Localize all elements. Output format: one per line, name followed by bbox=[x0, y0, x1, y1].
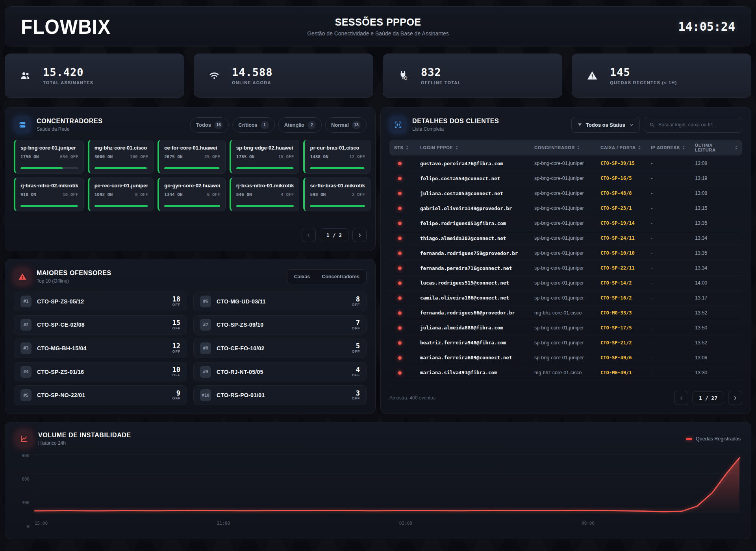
concentrator-card[interactable]: rj-bras-nitro-02.mikrotik 910 ON 10 OFF bbox=[14, 178, 84, 211]
column-header[interactable]: ÚLTIMA LEITURA bbox=[695, 143, 737, 152]
y-tick-label: 600 bbox=[22, 477, 30, 482]
table-row[interactable]: mariana.ferreira609@connect.net sp-bng-c… bbox=[389, 350, 742, 365]
concentradores-titles: CONCENTRADORES Saúde da Rede bbox=[37, 118, 103, 132]
caixa-porta-cell: CTO-SP-10/10 bbox=[600, 250, 651, 256]
table-row[interactable]: fernanda.rodrigues759@provedor.br sp-bng… bbox=[389, 246, 742, 261]
concentrator-card[interactable]: pe-rec-core-01.juniper 1092 ON 8 OFF bbox=[88, 178, 154, 211]
health-bar-track bbox=[94, 167, 148, 169]
health-bar-fill bbox=[94, 167, 146, 169]
rank-badge: #7 bbox=[200, 319, 211, 331]
stat-card: 145 QUEDAS RECENTES (< 1H) bbox=[572, 54, 751, 98]
offender-item[interactable]: #4 CTO-SP-ZS-01/16 10 OFF bbox=[14, 362, 187, 382]
offender-item[interactable]: #6 CTO-MG-UD-03/11 8 OFF bbox=[193, 292, 367, 311]
offender-item[interactable]: #8 CTO-CE-FO-10/02 5 OFF bbox=[193, 338, 367, 358]
concentrator-name: go-gyn-core-02.huawei bbox=[164, 183, 220, 189]
concentrator-card[interactable]: sp-bng-core-01.juniper 1750 ON 650 OFF bbox=[14, 140, 84, 174]
table-row[interactable]: juliana.almeida888@fibra.com sp-bng-core… bbox=[389, 320, 742, 335]
toggle-button[interactable]: Caixas bbox=[289, 271, 315, 282]
concentrator-card[interactable]: mg-bhz-core-01.cisco 3000 ON 100 OFF bbox=[88, 140, 154, 174]
toggle-button[interactable]: Concentradores bbox=[317, 271, 365, 282]
table-row[interactable]: fernanda.rodrigues66@provedor.br mg-bhz-… bbox=[389, 305, 742, 320]
table-body: gustavo.pereira476@fibra.com sp-bng-core… bbox=[389, 156, 742, 380]
offender-item[interactable]: #7 CTO-SP-ZS-09/10 7 OFF bbox=[193, 315, 367, 335]
table-row[interactable]: gustavo.pereira476@fibra.com sp-bng-core… bbox=[389, 156, 742, 171]
offline-unit: OFF bbox=[352, 373, 360, 377]
table-row[interactable]: thiago.almeida382@connect.net sp-bng-cor… bbox=[389, 231, 742, 246]
next-page-button[interactable] bbox=[352, 228, 367, 242]
concentrator-card[interactable]: sc-flo-bras-01.mikrotik 598 ON 2 OFF bbox=[303, 178, 370, 211]
table-row[interactable]: fernanda.pereira716@connect.net sp-bng-c… bbox=[389, 261, 742, 276]
offender-item[interactable]: #9 CTO-RJ-NT-05/05 4 OFF bbox=[193, 362, 367, 382]
offender-item[interactable]: #1 CTO-SP-ZS-05/12 18 OFF bbox=[14, 292, 187, 311]
filter-chip[interactable]: Atenção 2 bbox=[278, 117, 322, 133]
concentrator-cell: mg-bhz-core-01.cisco bbox=[534, 370, 600, 375]
concentrator-stats: 1092 ON 8 OFF bbox=[94, 192, 148, 197]
search-input[interactable] bbox=[658, 122, 737, 128]
offline-count: 4 OFF bbox=[281, 192, 294, 197]
status-cell bbox=[394, 220, 420, 227]
concentrator-card[interactable]: ce-for-core-01.huawei 2075 ON 25 OFF bbox=[158, 140, 226, 174]
table-row[interactable]: lucas.rodrigues515@connect.net sp-bng-co… bbox=[389, 276, 742, 291]
status-filter-select[interactable]: Todos os Status bbox=[571, 117, 640, 133]
table-row[interactable]: beatriz.ferreira948@fibra.com sp-bng-cor… bbox=[389, 335, 742, 350]
login-cell: fernanda.rodrigues759@provedor.br bbox=[420, 250, 534, 256]
table-row[interactable]: felipe.costa554@connect.net sp-bng-core-… bbox=[389, 171, 742, 186]
concentrator-card[interactable]: go-gyn-core-02.huawei 1344 ON 6 OFF bbox=[158, 178, 226, 211]
column-header[interactable]: LOGIN PPPOE bbox=[420, 145, 534, 150]
caixa-porta-cell: CTO-SP-16/2 bbox=[600, 295, 651, 301]
table-row[interactable]: mariana.silva491@fibra.com mg-bhz-core-0… bbox=[389, 365, 742, 380]
filter-chip[interactable]: Normal 13 bbox=[325, 117, 367, 133]
column-label: LOGIN PPPOE bbox=[420, 145, 453, 150]
ip-cell: - bbox=[651, 340, 695, 346]
rank-badge: #6 bbox=[200, 296, 211, 307]
alert-triangle-icon bbox=[587, 70, 598, 81]
server-icon bbox=[14, 116, 31, 133]
offender-item[interactable]: #10 CTO-RS-PO-01/01 3 OFF bbox=[193, 385, 367, 405]
column-header[interactable]: IP ADDRESS bbox=[651, 145, 695, 150]
prev-page-button[interactable] bbox=[302, 228, 316, 242]
app-header: FLOWBIX SESSÕES PPPOE Gestão de Conectiv… bbox=[5, 6, 751, 46]
offender-item[interactable]: #3 CTO-MG-BH-15/04 12 OFF bbox=[14, 338, 187, 358]
online-count: 1750 ON bbox=[20, 154, 39, 159]
offender-name: CTO-MG-BH-15/04 bbox=[37, 345, 87, 351]
health-bar-fill bbox=[164, 205, 220, 207]
table-row[interactable]: gabriel.oliveira149@provedor.br sp-bng-c… bbox=[389, 201, 742, 216]
table-row[interactable]: felipe.rodrigues851@fibra.com sp-bng-cor… bbox=[389, 216, 742, 231]
table-row[interactable]: camila.oliveira186@connect.net sp-bng-co… bbox=[389, 290, 742, 305]
health-bar-track bbox=[20, 167, 78, 169]
concentrator-card[interactable]: sp-bng-edge-02.huawei 1785 ON 15 OFF bbox=[230, 140, 300, 174]
offline-unit: OFF bbox=[172, 327, 180, 330]
concentrator-card[interactable]: pr-cur-bras-01.cisco 1488 ON 12 OFF bbox=[303, 140, 370, 174]
health-bar-fill bbox=[310, 205, 365, 207]
offender-item[interactable]: #2 CTO-SP-CE-02/08 15 OFF bbox=[14, 315, 187, 335]
health-bar-track bbox=[236, 205, 294, 207]
concentrator-cell: sp-bng-core-01.juniper bbox=[534, 340, 600, 346]
status-cell bbox=[394, 190, 420, 197]
prev-page-button[interactable] bbox=[674, 391, 688, 405]
concentrator-name: ce-for-core-01.huawei bbox=[164, 145, 220, 151]
next-page-button[interactable] bbox=[728, 391, 742, 405]
offender-item[interactable]: #5 CTO-SP-NO-22/01 9 OFF bbox=[14, 385, 187, 405]
offender-count: 7 OFF bbox=[352, 320, 360, 330]
health-bar-track bbox=[20, 205, 78, 207]
rank-badge: #4 bbox=[20, 366, 32, 378]
rank-badge: #10 bbox=[200, 389, 211, 401]
column-label: STS bbox=[394, 145, 404, 150]
filter-chip[interactable]: Todos 16 bbox=[190, 117, 229, 133]
concentrator-name: sc-flo-bras-01.mikrotik bbox=[310, 183, 365, 189]
table-row[interactable]: juliana.costa853@connect.net sp-bng-core… bbox=[389, 186, 742, 201]
filter-chip[interactable]: Críticos 1 bbox=[232, 117, 274, 133]
health-bar-track bbox=[310, 167, 365, 169]
concentrator-card[interactable]: rj-bras-nitro-01.mikrotik 846 ON 4 OFF bbox=[230, 178, 300, 211]
column-header[interactable]: CAIXA / PORTA bbox=[600, 145, 651, 150]
column-header[interactable]: STS bbox=[394, 145, 420, 150]
login-cell: camila.oliveira186@connect.net bbox=[420, 295, 534, 301]
last-reading-cell: 13:35 bbox=[695, 220, 737, 226]
wifi-icon bbox=[209, 70, 220, 81]
offender-count: 18 OFF bbox=[172, 296, 180, 307]
last-reading-cell: 13:19 bbox=[695, 176, 737, 181]
column-header[interactable]: CONCENTRADOR bbox=[534, 145, 600, 150]
concentrator-cell: mg-bhz-core-01.cisco bbox=[534, 310, 600, 316]
offender-name: CTO-RJ-NT-05/05 bbox=[217, 369, 263, 375]
stat-icon bbox=[393, 65, 414, 86]
